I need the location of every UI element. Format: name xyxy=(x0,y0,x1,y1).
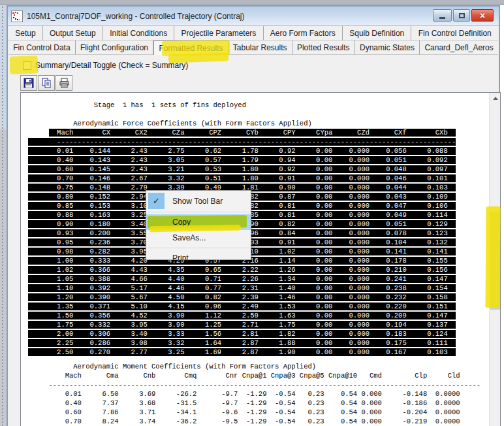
tab-projectile-parameters[interactable]: Projectile Parameters xyxy=(174,26,263,41)
tab-setup[interactable]: Setup xyxy=(8,26,43,41)
title-bar[interactable]: 105M1_Contraj7DOF_working - Controlled T… xyxy=(8,7,499,26)
app-window: 105M1_Contraj7DOF_working - Controlled T… xyxy=(7,5,500,426)
app-icon xyxy=(11,10,23,22)
window-title: 105M1_Contraj7DOF_working - Controlled T… xyxy=(27,12,244,21)
summary-toggle-row: Summary/Detail Toggle (Check = Summary) xyxy=(8,57,499,73)
highlighter-mark-scrollbar-thumb xyxy=(485,206,500,308)
close-button[interactable]: × xyxy=(471,9,494,22)
menu-item-show-tool-bar[interactable]: ✓ Show Tool Bar xyxy=(146,192,251,210)
moment-coefficients-text[interactable]: Aerodynamic Moment Coefficients (with Fo… xyxy=(28,362,480,426)
tab-dynamic-states[interactable]: Dynamic States xyxy=(355,41,420,55)
save-button[interactable] xyxy=(20,75,37,91)
tab-aero-form-factors[interactable]: Aero Form Factors xyxy=(264,26,343,41)
parent-window-top-edge xyxy=(0,0,504,5)
menu-item-saveas[interactable]: SaveAs... xyxy=(146,230,251,246)
printer-icon xyxy=(59,78,70,88)
toolbar xyxy=(20,75,499,91)
print-button[interactable] xyxy=(55,75,72,91)
tab-plotted-results[interactable]: Plotted Results xyxy=(292,41,355,55)
tab-output-setup[interactable]: Output Setup xyxy=(43,26,103,41)
menu-separator xyxy=(148,210,249,212)
tab-fin-control-definition[interactable]: Fin Control Definition xyxy=(411,26,497,41)
tab-fin-control-data[interactable]: Fin Control Data xyxy=(8,41,76,55)
chevron-up-icon xyxy=(493,97,498,100)
menu-checkmark-icon: ✓ xyxy=(148,193,165,209)
maximize-icon xyxy=(459,13,465,18)
tab-flight-configuration[interactable]: Flight Configuration xyxy=(76,41,153,55)
scroll-up-button[interactable] xyxy=(490,93,501,104)
maximize-button[interactable] xyxy=(453,9,470,22)
parent-window-left-edge xyxy=(0,5,7,426)
copy-pages-icon xyxy=(41,78,52,88)
minimize-button[interactable] xyxy=(433,9,452,22)
menu-item-print[interactable]: Print xyxy=(146,250,251,266)
tab-tabular-results[interactable]: Tabular Results xyxy=(228,41,292,55)
desktop: 105M1_Contraj7DOF_working - Controlled T… xyxy=(0,0,504,426)
tab-canard-defl-aeros[interactable]: Canard_Defl_Aeros xyxy=(420,41,498,55)
close-icon: × xyxy=(480,11,485,20)
menu-separator xyxy=(148,246,249,248)
minimize-icon xyxy=(439,17,445,19)
tab-squib-definition[interactable]: Squib Definition xyxy=(343,26,411,41)
tab-row-2: Fin Control DataFlight ConfigurationForm… xyxy=(8,41,498,55)
summary-toggle-label: Summary/Detail Toggle (Check = Summary) xyxy=(35,61,188,70)
tab-initial-conditions[interactable]: Initial Conditions xyxy=(103,26,174,41)
formatted-results-pane: Stage 1 has 1 sets of fins deployed Aero… xyxy=(20,92,501,426)
floppy-disk-icon xyxy=(24,78,34,88)
highlighter-mark-checkbox xyxy=(10,56,39,74)
copy-button[interactable] xyxy=(38,75,55,91)
tab-row-1: SetupOutput SetupInitial ConditionsProje… xyxy=(8,26,498,41)
